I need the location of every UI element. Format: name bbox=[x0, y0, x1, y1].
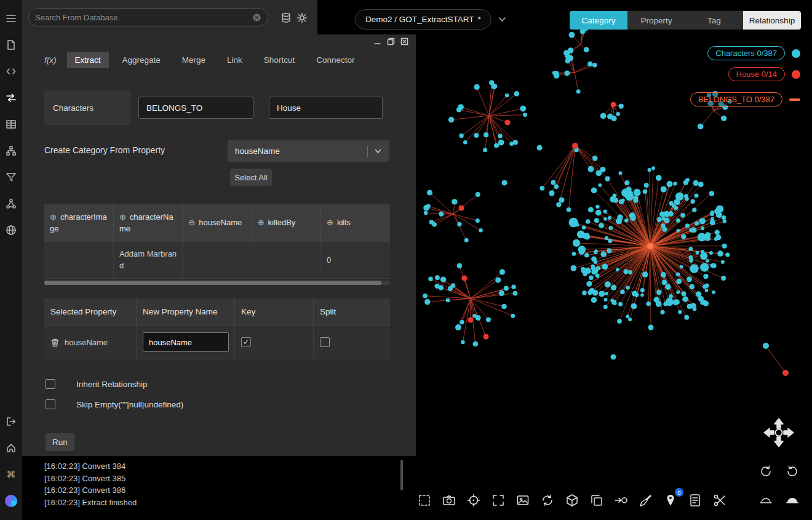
graph-nodes-icon[interactable] bbox=[4, 196, 18, 211]
cube-3d-icon[interactable] bbox=[565, 493, 579, 508]
tab-aggregate[interactable]: Aggregate bbox=[114, 52, 169, 68]
logo-swirl-icon bbox=[5, 495, 17, 507]
project-name: Demo2 / GOT_ExtractSTART bbox=[365, 15, 474, 24]
image-icon[interactable] bbox=[515, 493, 530, 508]
sync-icon[interactable] bbox=[540, 493, 555, 508]
left-icon-rail: ⌘ bbox=[0, 0, 22, 520]
clear-search-icon[interactable] bbox=[252, 13, 261, 22]
property-dropdown[interactable]: houseName bbox=[228, 140, 389, 162]
tab-link[interactable]: Link bbox=[219, 52, 250, 68]
table-row: Addam Marbrand 0 bbox=[44, 241, 390, 278]
property-type-icon: ⊕ bbox=[258, 217, 265, 228]
tab-tag[interactable]: Tag bbox=[685, 11, 743, 30]
column-header[interactable]: ⊖houseName bbox=[183, 204, 252, 241]
log-scrollbar[interactable] bbox=[400, 460, 403, 490]
pin-icon[interactable]: 0 bbox=[663, 493, 678, 508]
select-all-button[interactable]: Select All bbox=[230, 169, 272, 186]
key-checkbox[interactable]: ✓ bbox=[241, 337, 251, 347]
column-header[interactable]: ⊕kills bbox=[321, 204, 390, 241]
dome-outline-icon[interactable] bbox=[758, 493, 773, 508]
target-category-input[interactable] bbox=[269, 97, 383, 119]
close-icon[interactable] bbox=[400, 38, 408, 46]
skip-empty-checkbox[interactable] bbox=[46, 399, 55, 409]
tab-extract[interactable]: Extract bbox=[67, 52, 109, 68]
new-property-name-input[interactable] bbox=[143, 332, 229, 352]
column-label: characterName bbox=[119, 212, 173, 233]
legend-belongs-to[interactable]: BELONGS_TO 0/387 bbox=[690, 92, 800, 106]
panel-tab-bar: f(x) Extract Aggregate Merge Link Shortc… bbox=[22, 50, 416, 70]
sitemap-icon[interactable] bbox=[4, 143, 18, 158]
pan-left-arrow[interactable] bbox=[764, 428, 774, 437]
tab-fx[interactable]: f(x) bbox=[39, 52, 62, 68]
tab-category[interactable]: Category bbox=[570, 11, 627, 30]
app-logo[interactable] bbox=[4, 494, 18, 508]
project-selector[interactable]: Demo2 / GOT_ExtractSTART * bbox=[355, 9, 492, 30]
relationship-input[interactable] bbox=[138, 97, 253, 119]
center-target-icon[interactable] bbox=[466, 493, 481, 508]
marquee-select-icon[interactable] bbox=[417, 493, 432, 508]
rotate-left-icon[interactable] bbox=[758, 464, 773, 479]
chevron-down-icon[interactable] bbox=[498, 15, 507, 24]
tab-merge[interactable]: Merge bbox=[174, 52, 213, 68]
dome-filled-icon[interactable] bbox=[785, 493, 800, 508]
column-label: characterImage bbox=[50, 212, 107, 233]
table-cell bbox=[252, 241, 320, 278]
legend-house[interactable]: House 0/14 bbox=[728, 67, 801, 81]
legend-label: House 0/14 bbox=[728, 67, 786, 81]
pan-center-button[interactable] bbox=[776, 430, 782, 436]
transform-arrows-icon[interactable] bbox=[4, 90, 18, 105]
pan-up-arrow[interactable] bbox=[774, 418, 783, 428]
column-header[interactable]: ⊕characterImage bbox=[44, 204, 113, 241]
tab-relationship[interactable]: Relationship bbox=[743, 11, 801, 30]
home-icon[interactable] bbox=[4, 441, 18, 455]
filter-icon[interactable] bbox=[4, 170, 18, 185]
skip-empty-option: Skip Empty(""|null|undefined) bbox=[46, 399, 183, 409]
tab-connector[interactable]: Connector bbox=[308, 52, 362, 68]
run-button[interactable]: Run bbox=[46, 433, 74, 451]
column-header[interactable]: ⊕killedBy bbox=[252, 204, 320, 241]
scissors-icon[interactable] bbox=[712, 493, 727, 508]
option-label: Skip Empty(""|null|undefined) bbox=[76, 400, 183, 409]
column-header[interactable]: ⊕characterName bbox=[113, 204, 182, 241]
merge-into-node-icon[interactable] bbox=[614, 493, 629, 508]
duplicate-icon[interactable] bbox=[589, 493, 604, 508]
globe-icon[interactable] bbox=[4, 223, 18, 238]
code-icon[interactable] bbox=[4, 64, 18, 79]
tab-property[interactable]: Property bbox=[627, 11, 685, 30]
source-category-box[interactable]: Characters bbox=[44, 90, 130, 125]
column-header: Selected Property bbox=[44, 298, 137, 326]
broom-icon[interactable] bbox=[639, 493, 653, 508]
column-label: houseName bbox=[199, 218, 242, 227]
legend-characters[interactable]: Characters 0/387 bbox=[707, 46, 800, 60]
horizontal-scrollbar[interactable] bbox=[44, 281, 390, 285]
inherit-relationship-checkbox[interactable] bbox=[46, 379, 55, 389]
create-category-label: Create Category From Property bbox=[44, 145, 165, 155]
minimize-icon[interactable] bbox=[373, 38, 381, 46]
restore-icon[interactable] bbox=[387, 38, 395, 46]
camera-icon[interactable] bbox=[442, 493, 456, 508]
extract-pattern-row: Characters bbox=[22, 90, 416, 125]
settings-gear-icon[interactable] bbox=[297, 12, 308, 23]
property-type-icon: ⊕ bbox=[327, 217, 333, 228]
tab-shortcut[interactable]: Shortcut bbox=[256, 52, 303, 68]
menu-icon[interactable] bbox=[4, 11, 18, 26]
rotate-right-icon[interactable] bbox=[785, 464, 800, 479]
sign-out-icon[interactable] bbox=[4, 414, 18, 429]
file-icon[interactable] bbox=[4, 38, 18, 52]
command-icon[interactable]: ⌘ bbox=[4, 467, 18, 482]
check-glyph: ✓ bbox=[243, 338, 249, 346]
property-type-icon: ⊕ bbox=[50, 211, 57, 223]
property-type-icon: ⊕ bbox=[119, 211, 126, 223]
project-header: Demo2 / GOT_ExtractSTART * bbox=[355, 9, 507, 30]
search-input[interactable] bbox=[35, 13, 247, 22]
expand-icon[interactable] bbox=[491, 493, 506, 508]
trash-icon[interactable] bbox=[50, 338, 60, 347]
pan-right-arrow[interactable] bbox=[784, 428, 794, 437]
table-icon[interactable] bbox=[4, 117, 18, 132]
notes-icon[interactable] bbox=[688, 493, 703, 508]
pan-down-arrow[interactable] bbox=[774, 437, 783, 447]
split-checkbox[interactable] bbox=[320, 337, 330, 347]
scrollbar-thumb[interactable] bbox=[44, 281, 381, 285]
database-icon[interactable] bbox=[281, 12, 292, 23]
log-line: [16:02:23] Convert 386 bbox=[44, 484, 416, 497]
